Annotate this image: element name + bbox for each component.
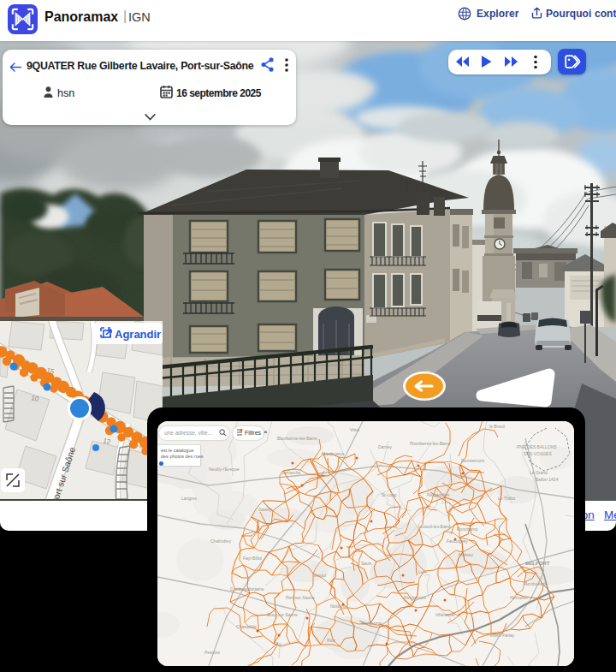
svg-text:Faucogney: Faucogney [447, 538, 468, 544]
svg-text:Port-sur-Saone: Port-sur-Saone [286, 595, 315, 600]
svg-text:Montbeliard: Montbeliard [524, 581, 546, 586]
svg-text:Fayl-Billot: Fayl-Billot [243, 556, 263, 561]
svg-text:Lure: Lure [418, 569, 427, 574]
svg-text:Ronchamp: Ronchamp [457, 526, 477, 532]
svg-text:Le Thillot: Le Thillot [498, 496, 516, 501]
svg-text:St-Loup: St-Loup [382, 492, 397, 497]
svg-text:Jussey: Jussey [258, 507, 272, 512]
svg-text:Agrandir: Agrandir [115, 328, 161, 341]
svg-text:Remiremont: Remiremont [461, 458, 485, 463]
svg-text:Pesmes: Pesmes [204, 650, 221, 655]
svg-text:Melisey: Melisey [459, 552, 473, 557]
svg-text:Lamarche: Lamarche [281, 470, 300, 475]
svg-text:Plombieres-les-Bains: Plombieres-les-Bains [410, 441, 451, 446]
svg-text:BELFORT: BELFORT [525, 561, 550, 566]
svg-text:Villersexel: Villersexel [435, 612, 455, 617]
svg-text:Combeaufontaine: Combeaufontaine [230, 586, 264, 592]
svg-text:DES VOSGES: DES VOSGES [524, 451, 552, 456]
svg-text:Fougerolles: Fougerolles [427, 492, 450, 497]
svg-text:Scey-sur-Saone: Scey-sur-Saone [267, 612, 298, 617]
svg-text:Langres: Langres [181, 496, 198, 501]
svg-text:Saulx: Saulx [361, 561, 372, 566]
svg-text:Ballon 1424: Ballon 1424 [536, 477, 559, 482]
svg-text:Monthureux: Monthureux [322, 451, 345, 456]
svg-text:Villers-Farlay: Villers-Farlay [489, 633, 515, 638]
svg-text:Neuilly-l'Eveque: Neuilly-l'Eveque [209, 467, 240, 472]
svg-text:Montbozon: Montbozon [361, 621, 382, 626]
svg-text:le Breuil: le Breuil [489, 424, 505, 429]
svg-text:Noidans: Noidans [330, 604, 346, 609]
svg-text:Rioz: Rioz [327, 638, 336, 643]
svg-text:Rougemont: Rougemont [404, 595, 426, 600]
svg-text:PNR DES BALLONS: PNR DES BALLONS [517, 444, 557, 449]
svg-text:Luxeuil-les-Bains: Luxeuil-les-Bains [418, 524, 452, 529]
svg-text:Bourbonne-les-Bains: Bourbonne-les-Bains [277, 436, 317, 441]
svg-text:Vittel: Vittel [350, 427, 359, 432]
svg-text:Chalindrey: Chalindrey [210, 538, 231, 544]
svg-text:Champlitte: Champlitte [236, 624, 257, 629]
svg-text:Gy: Gy [275, 641, 281, 646]
svg-text:Le Grand: Le Grand [530, 470, 548, 475]
svg-text:Darney: Darney [378, 444, 393, 449]
svg-text:Vesoul: Vesoul [313, 573, 326, 578]
svg-text:Hericourt: Hericourt [510, 595, 528, 600]
